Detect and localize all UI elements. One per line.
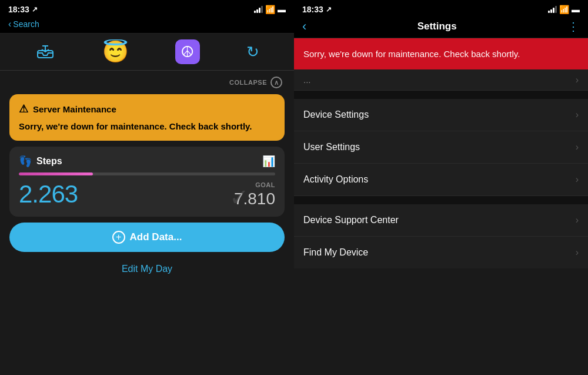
settings-item-user-settings[interactable]: User Settings › bbox=[294, 131, 588, 164]
edit-day-label: Edit My Day bbox=[122, 264, 172, 274]
left-status-icons: 📶 ▬ bbox=[254, 5, 286, 14]
user-settings-label: User Settings bbox=[303, 142, 360, 152]
left-time-text: 18:33 bbox=[8, 5, 29, 14]
tray-icon[interactable] bbox=[35, 44, 56, 60]
left-status-bar: 18:33 ↗ 📶 ▬ bbox=[0, 0, 294, 16]
peace-emoji: ☮ bbox=[181, 43, 194, 61]
user-settings-chevron-icon: › bbox=[576, 142, 579, 152]
signal-bar-4 bbox=[261, 6, 263, 13]
steps-data: 2.263 GOAL 7.810 ✓ bbox=[19, 180, 275, 208]
steps-card: 👣 Steps 📊 2.263 GOAL 7.810 ✓ bbox=[9, 147, 285, 217]
settings-item-device-support[interactable]: Device Support Center › bbox=[294, 204, 588, 237]
left-nav-bar: ‹ Search bbox=[0, 16, 294, 34]
right-signal-bar-4 bbox=[555, 6, 557, 13]
steps-header: 👣 Steps 📊 bbox=[19, 155, 275, 168]
settings-item-activity-options[interactable]: Activity Options › bbox=[294, 164, 588, 196]
angel-emoji-text: 😇 bbox=[102, 39, 129, 64]
partial-chevron-icon: › bbox=[576, 75, 579, 85]
device-support-chevron-icon: › bbox=[576, 215, 579, 225]
right-status-icons: 📶 ▬ bbox=[548, 5, 580, 14]
left-back-label: Search bbox=[13, 19, 39, 29]
maintenance-title: Server Maintenance bbox=[33, 104, 116, 114]
icon-bar: 😇 ☮ ↻ bbox=[0, 34, 294, 71]
find-device-chevron-icon: › bbox=[576, 247, 579, 258]
signal-bar-3 bbox=[259, 8, 260, 13]
settings-section-gap-2 bbox=[294, 196, 588, 204]
device-settings-label: Device Settings bbox=[303, 109, 369, 120]
right-location-arrow: ↗ bbox=[326, 5, 332, 14]
settings-section-gap-1 bbox=[294, 91, 588, 99]
add-data-label: Add Data... bbox=[130, 231, 182, 243]
collapse-label: COLLAPSE bbox=[229, 79, 267, 86]
peace-icon-button[interactable]: ☮ bbox=[175, 39, 200, 64]
three-dots-button[interactable]: ⋮ bbox=[567, 19, 580, 34]
settings-list: Device Settings › User Settings › Activi… bbox=[294, 99, 588, 375]
inbox-svg bbox=[36, 45, 54, 59]
activity-options-chevron-icon: › bbox=[576, 174, 579, 185]
right-nav-bar: ‹ Settings ⋮ bbox=[294, 16, 588, 38]
partial-settings-item: ... › bbox=[294, 69, 588, 91]
wifi-icon: 📶 bbox=[265, 5, 275, 14]
device-support-label: Device Support Center bbox=[303, 215, 399, 225]
refresh-icon: ↻ bbox=[246, 43, 259, 61]
steps-progress-track bbox=[19, 172, 275, 175]
add-data-button[interactable]: + Add Data... bbox=[9, 223, 285, 252]
right-status-bar: 18:33 ↗ 📶 ▬ bbox=[294, 0, 588, 16]
footprint-icon: 👣 bbox=[19, 155, 32, 168]
battery-icon: ▬ bbox=[278, 5, 286, 14]
collapse-arrow-icon: ∧ bbox=[274, 79, 279, 87]
signal-bar-1 bbox=[254, 11, 256, 13]
collapse-header: COLLAPSE ∧ bbox=[9, 77, 285, 88]
error-banner-text: Sorry, we're down for maintenance. Check… bbox=[303, 49, 520, 59]
left-panel: 18:33 ↗ 📶 ▬ ‹ Search bbox=[0, 0, 294, 375]
activity-options-label: Activity Options bbox=[303, 174, 368, 185]
signal-bar-2 bbox=[256, 9, 258, 13]
right-back-chevron-icon: ‹ bbox=[302, 19, 306, 34]
steps-count: 2.263 bbox=[19, 180, 78, 208]
steps-label: Steps bbox=[36, 156, 62, 167]
maintenance-card: ⚠ Server Maintenance Sorry, we're down f… bbox=[9, 94, 285, 141]
right-signal-bars-icon bbox=[548, 6, 557, 13]
left-time: 18:33 ↗ bbox=[8, 5, 38, 14]
maintenance-body: Sorry, we're down for maintenance. Check… bbox=[19, 120, 275, 132]
right-battery-icon: ▬ bbox=[572, 5, 580, 14]
bar-chart-icon[interactable]: 📊 bbox=[262, 155, 275, 168]
refresh-button[interactable]: ↻ bbox=[246, 43, 259, 61]
warning-icon: ⚠ bbox=[19, 102, 28, 115]
right-signal-bar-1 bbox=[548, 11, 550, 13]
right-wifi-icon: 📶 bbox=[559, 5, 569, 14]
steps-label-area: 👣 Steps bbox=[19, 155, 62, 168]
partial-item-text: ... bbox=[303, 75, 311, 85]
settings-item-find-device[interactable]: Find My Device › bbox=[294, 237, 588, 268]
right-back-button[interactable]: ‹ bbox=[302, 19, 306, 34]
left-back-chevron-icon: ‹ bbox=[8, 19, 11, 29]
right-time: 18:33 ↗ bbox=[302, 5, 332, 14]
left-location-arrow: ↗ bbox=[32, 5, 38, 14]
device-settings-chevron-icon: › bbox=[576, 109, 579, 120]
right-signal-bar-3 bbox=[553, 8, 554, 13]
error-banner: Sorry, we're down for maintenance. Check… bbox=[294, 38, 588, 69]
edit-my-day-button[interactable]: Edit My Day bbox=[9, 258, 285, 280]
add-circle-icon: + bbox=[112, 231, 125, 244]
right-signal-bar-2 bbox=[550, 9, 552, 13]
right-panel: 18:33 ↗ 📶 ▬ ‹ Settings ⋮ Sorry, we're do… bbox=[294, 0, 588, 375]
goal-label: GOAL bbox=[255, 181, 275, 188]
find-device-label: Find My Device bbox=[303, 247, 368, 258]
settings-item-device-settings[interactable]: Device Settings › bbox=[294, 99, 588, 131]
signal-bars-icon bbox=[254, 6, 263, 13]
settings-page-title: Settings bbox=[417, 21, 457, 32]
left-content-area: COLLAPSE ∧ ⚠ Server Maintenance Sorry, w… bbox=[0, 71, 294, 375]
collapse-button[interactable]: ∧ bbox=[270, 77, 282, 88]
left-back-button[interactable]: ‹ Search bbox=[8, 19, 39, 29]
checkmark-icon: ✓ bbox=[229, 184, 249, 211]
angel-emoji[interactable]: 😇 bbox=[102, 39, 129, 64]
steps-progress-fill bbox=[19, 172, 93, 175]
right-time-text: 18:33 bbox=[302, 5, 323, 14]
maintenance-header: ⚠ Server Maintenance bbox=[19, 102, 275, 115]
